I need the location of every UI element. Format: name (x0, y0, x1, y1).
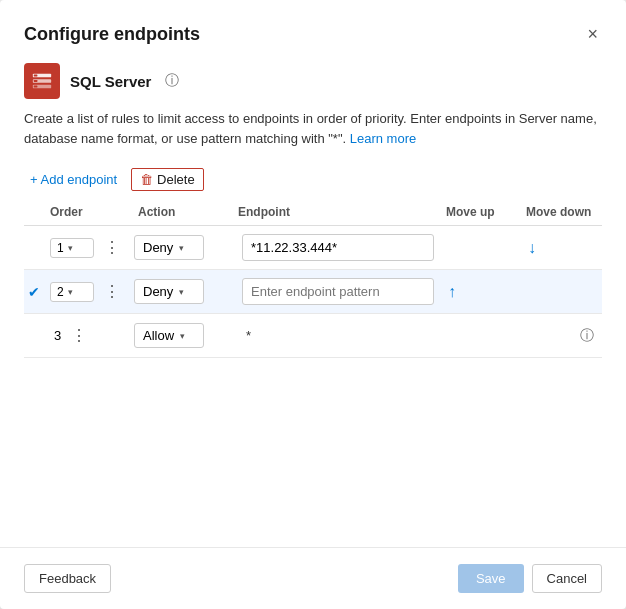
col-order: Order (24, 205, 134, 219)
table-row: ✔ 2 ▾ ⋮ Deny ▾ ↑ (24, 270, 602, 314)
description-text: Create a list of rules to limit access t… (0, 105, 626, 160)
service-name: SQL Server (70, 73, 151, 90)
row-info-3: ⓘ (522, 327, 602, 345)
footer-actions: Save Cancel (458, 564, 602, 593)
description-body: Create a list of rules to limit access t… (24, 111, 597, 146)
save-label: Save (476, 571, 506, 586)
endpoint-cell-3: * (234, 328, 442, 343)
row-menu-1[interactable]: ⋮ (100, 236, 124, 259)
move-up-cell-2: ↑ (442, 281, 522, 303)
delete-icon: 🗑 (140, 172, 153, 187)
endpoints-table: Order Action Endpoint Move up Move down … (0, 199, 626, 358)
save-button[interactable]: Save (458, 564, 524, 593)
add-endpoint-button[interactable]: + Add endpoint (24, 168, 123, 191)
configure-endpoints-dialog: Configure endpoints × SQL Server ⓘ Creat… (0, 0, 626, 609)
row-menu-3[interactable]: ⋮ (67, 324, 91, 347)
action-cell-2: Deny ▾ (134, 279, 234, 304)
close-icon: × (587, 24, 598, 45)
order-value-3: 3 (50, 328, 61, 343)
service-row: SQL Server ⓘ (0, 49, 626, 105)
sql-server-icon (24, 63, 60, 99)
endpoint-input-2[interactable] (242, 278, 434, 305)
action-value-3: Allow (143, 328, 174, 343)
svg-rect-5 (34, 86, 38, 88)
action-select-3[interactable]: Allow ▾ (134, 323, 204, 348)
cancel-label: Cancel (547, 571, 587, 586)
endpoint-cell-1 (234, 234, 442, 261)
move-down-button-1[interactable]: ↓ (522, 237, 542, 259)
action-chevron-1: ▾ (179, 243, 184, 253)
order-chevron-2: ▾ (68, 287, 73, 297)
svg-rect-4 (34, 80, 38, 82)
spacer (0, 358, 626, 547)
feedback-label: Feedback (39, 571, 96, 586)
close-button[interactable]: × (583, 20, 602, 49)
table-row: 1 ▾ ⋮ Deny ▾ ↓ (24, 226, 602, 270)
action-select-1[interactable]: Deny ▾ (134, 235, 204, 260)
endpoint-input-1[interactable] (242, 234, 434, 261)
learn-more-link[interactable]: Learn more (350, 131, 416, 146)
move-down-cell-1: ↓ (522, 237, 602, 259)
endpoint-text-3: * (242, 326, 255, 345)
order-value-2: 2 (57, 285, 64, 299)
order-value-1: 1 (57, 241, 64, 255)
order-cell-2: ✔ 2 ▾ ⋮ (24, 280, 134, 303)
order-cell-3: 3 ⋮ (24, 324, 134, 347)
dialog-header: Configure endpoints × (0, 0, 626, 49)
col-move-up: Move up (442, 205, 522, 219)
col-action: Action (134, 205, 234, 219)
order-chevron-1: ▾ (68, 243, 73, 253)
delete-button[interactable]: 🗑 Delete (131, 168, 204, 191)
action-chevron-3: ▾ (180, 331, 185, 341)
col-move-down: Move down (522, 205, 602, 219)
order-select-1[interactable]: 1 ▾ (50, 238, 94, 258)
action-chevron-2: ▾ (179, 287, 184, 297)
cancel-button[interactable]: Cancel (532, 564, 602, 593)
row-check-2: ✔ (28, 284, 44, 300)
toolbar: + Add endpoint 🗑 Delete (0, 160, 626, 199)
add-endpoint-label: + Add endpoint (30, 172, 117, 187)
table-row: 3 ⋮ Allow ▾ * ⓘ (24, 314, 602, 358)
col-endpoint: Endpoint (234, 205, 442, 219)
dialog-title: Configure endpoints (24, 24, 200, 45)
action-cell-1: Deny ▾ (134, 235, 234, 260)
delete-label: Delete (157, 172, 195, 187)
svg-rect-3 (34, 75, 38, 77)
feedback-button[interactable]: Feedback (24, 564, 111, 593)
table-header: Order Action Endpoint Move up Move down (24, 199, 602, 226)
row-info-icon-3[interactable]: ⓘ (580, 327, 594, 345)
order-cell-1: 1 ▾ ⋮ (24, 236, 134, 259)
order-select-2[interactable]: 2 ▾ (50, 282, 94, 302)
action-value-1: Deny (143, 240, 173, 255)
action-value-2: Deny (143, 284, 173, 299)
service-info-icon[interactable]: ⓘ (165, 72, 179, 90)
row-menu-2[interactable]: ⋮ (100, 280, 124, 303)
action-select-2[interactable]: Deny ▾ (134, 279, 204, 304)
action-cell-3: Allow ▾ (134, 323, 234, 348)
move-up-button-2[interactable]: ↑ (442, 281, 462, 303)
dialog-footer: Feedback Save Cancel (0, 547, 626, 609)
endpoint-cell-2 (234, 278, 442, 305)
